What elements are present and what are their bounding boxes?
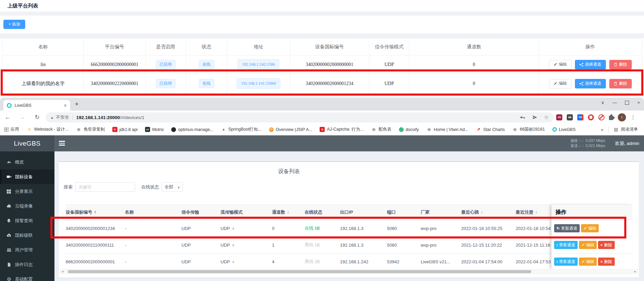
bookmark-color-table[interactable]: ⊕配色表	[371, 127, 391, 132]
select-channel-button[interactable]: 选择通道	[575, 79, 606, 88]
sidebar: 概览 国标设备 分屏展示 云端录像 报警查询 国标级联 用户管理 操作日志 基础…	[0, 151, 54, 281]
divider	[0, 12, 644, 16]
delete-button[interactable]: 删除	[609, 79, 632, 88]
sidebar-item-split-screen[interactable]: 分屏展示	[0, 184, 54, 199]
reading-list-button[interactable]: ▤阅读清单	[613, 127, 638, 132]
bookmark-livegbs[interactable]: LiveGBS	[552, 127, 576, 132]
tampermonkey-extension-icon[interactable]: JS	[556, 114, 562, 120]
bookmark-springboot[interactable]: ♦SpringBoot打包...	[221, 127, 261, 132]
view-channels-button[interactable]: i查看通道	[554, 258, 578, 266]
bookmarks-overflow-icon[interactable]: »	[601, 127, 603, 132]
sidebar-item-user-management[interactable]: 用户管理	[0, 243, 54, 257]
search-input[interactable]	[75, 182, 135, 192]
sidebar-item-gb-devices[interactable]: 国标设备	[0, 169, 54, 184]
bookmark-apps[interactable]: 应用	[4, 127, 19, 132]
scroll-left-icon[interactable]: ◂	[60, 270, 65, 273]
delete-button[interactable]: ×删除	[598, 258, 614, 266]
device-row: 66620000002000000001 - UDP UDP∨ 4 离线 192…	[66, 253, 632, 270]
bandwidth-chart-icon[interactable]	[316, 260, 319, 263]
apps-grid-icon	[4, 127, 9, 132]
bookmark-overview-jsip[interactable]: Overview (JSIP A...	[269, 127, 312, 132]
platform-table: 名称 平台编号 是否启用 状态 地址 设备国标编号 信令传输模式 通道数 操作 …	[2, 38, 642, 94]
sidebar-item-overview[interactable]: 概览	[0, 155, 54, 169]
pencil-icon	[583, 227, 587, 230]
back-icon[interactable]: ←	[5, 114, 11, 121]
bookmark-star-charts[interactable]: ↗Star Charts	[476, 127, 505, 132]
scrollbar-thumb[interactable]	[68, 270, 531, 273]
horizontal-scrollbar[interactable]: ◂ ▸	[60, 269, 638, 274]
bookmark-webstack[interactable]: ≡Webstack - 设计...	[27, 127, 68, 132]
bookmark-star-icon[interactable]: ☆	[544, 114, 549, 120]
edit-button[interactable]: 编辑	[549, 60, 571, 69]
livegbs-app: LiveGBS 接收 ↑： 0.037 Mbps 发送 ↓： 0.021 Mbp…	[0, 135, 644, 281]
view-channels-button[interactable]: i查看通道	[554, 241, 578, 249]
platform-toolbar: + 添加	[0, 16, 644, 33]
proxy-extension-icon[interactable]	[567, 114, 573, 120]
edit-button[interactable]: 编辑	[579, 258, 597, 266]
forward-icon[interactable]: →	[20, 114, 26, 121]
stream-mode-select[interactable]: UDP∨	[221, 220, 272, 236]
bandwidth-chart-icon[interactable]	[316, 243, 319, 247]
bookmark-motrix[interactable]: ▭Motrix	[145, 127, 164, 132]
bookmark-optimus[interactable]: optimus-manage...	[171, 127, 213, 132]
grid-icon	[6, 189, 12, 194]
stream-mode-select[interactable]: UDP∨	[221, 253, 272, 270]
bookmark-docsify[interactable]: docsify	[399, 127, 419, 132]
window-menu-chevron-icon[interactable]: ∨	[601, 100, 605, 105]
maximize-icon[interactable]	[625, 101, 629, 105]
edit-button[interactable]: 编辑	[549, 79, 571, 88]
bookmark-vben-admin[interactable]: ⊕Home | Vben Ad...	[426, 127, 468, 132]
sidebar-item-gb-cascade[interactable]: 国标级联	[0, 228, 54, 243]
tab-close-icon[interactable]: ×	[64, 103, 67, 108]
stream-mode-select[interactable]: UDP∨	[221, 237, 272, 253]
sidebar-item-basic-config[interactable]: 基础配置	[0, 272, 54, 281]
online-status-select[interactable]: 全部∨	[162, 182, 183, 192]
browser-menu-icon[interactable]: ⋮	[630, 114, 636, 120]
app-logo[interactable]: LiveGBS	[0, 135, 54, 151]
no-touch-extension-icon[interactable]	[598, 114, 605, 120]
send-icon[interactable]	[532, 115, 537, 120]
actions-row: i查看通道 编辑 ×删除	[551, 253, 632, 270]
col-name: 名称	[3, 38, 84, 55]
minimize-icon[interactable]: —	[612, 100, 617, 105]
sidebar-item-cloud-record[interactable]: 云端录像	[0, 199, 54, 213]
scroll-right-icon[interactable]: ▸	[633, 270, 638, 273]
delete-button[interactable]: ×删除	[598, 241, 614, 249]
fe-helper-extension-icon[interactable]: FE	[577, 114, 583, 120]
device-row: 34020000002110000111 - UDP UDP∨ 1 离线 192…	[66, 237, 632, 253]
sidebar-item-operation-log[interactable]: 操作日志	[0, 257, 54, 272]
stack-icon: ≡	[27, 127, 32, 132]
chevron-down-icon: ∨	[232, 227, 234, 230]
bandwidth-chart-icon[interactable]	[316, 227, 319, 230]
select-channel-button[interactable]: 选择通道	[575, 60, 606, 69]
close-icon[interactable]: ×	[637, 100, 640, 105]
delete-button[interactable]: 删除	[609, 60, 632, 69]
address-badge: 192.168.1.141:15060	[237, 78, 280, 89]
extensions-puzzle-icon[interactable]	[609, 116, 613, 120]
recv-rate: 接收 ↑： 0.037 Mbps	[570, 138, 605, 143]
reading-list-icon: ▤	[613, 127, 619, 132]
info-icon: i	[557, 260, 558, 264]
update-channels-button[interactable]: ↻更新通道	[554, 224, 580, 232]
add-button[interactable]: + 添加	[3, 20, 25, 29]
users-icon	[6, 247, 12, 253]
adblock-extension-icon[interactable]	[588, 114, 594, 120]
edit-button[interactable]: 编辑	[579, 241, 597, 249]
sidebar-item-alarm-query[interactable]: 报警查询	[0, 213, 54, 228]
sidebar-toggle-icon[interactable]	[59, 141, 65, 146]
bookmark-copy-free[interactable]: ⊕免登录复制	[76, 127, 105, 132]
bookmark-aj-captcha[interactable]: GAJ-Captcha: 行为...	[320, 127, 364, 132]
edit-button[interactable]: 编辑	[581, 224, 599, 232]
reload-icon[interactable]: ↻	[35, 114, 39, 121]
actions-row: ↻更新通道 编辑	[551, 220, 632, 237]
bookmark-gb28181[interactable]: ⊕66国标28181	[512, 127, 545, 132]
browser-tab[interactable]: LiveGBS ×	[3, 100, 70, 111]
new-tab-button[interactable]: +	[75, 100, 79, 109]
x-icon: ×	[600, 243, 602, 247]
key-icon[interactable]	[520, 115, 525, 120]
bookmark-jdk-api[interactable]: Ojdk1.8 api	[112, 127, 138, 132]
offline-status: 离线	[305, 259, 313, 265]
globe-icon: ⊕	[512, 127, 518, 132]
profile-avatar[interactable]: I	[618, 113, 626, 121]
address-bar[interactable]: ▲ 不安全 192.168.1.141:20000 /#/devices/1 ☆	[46, 112, 553, 122]
